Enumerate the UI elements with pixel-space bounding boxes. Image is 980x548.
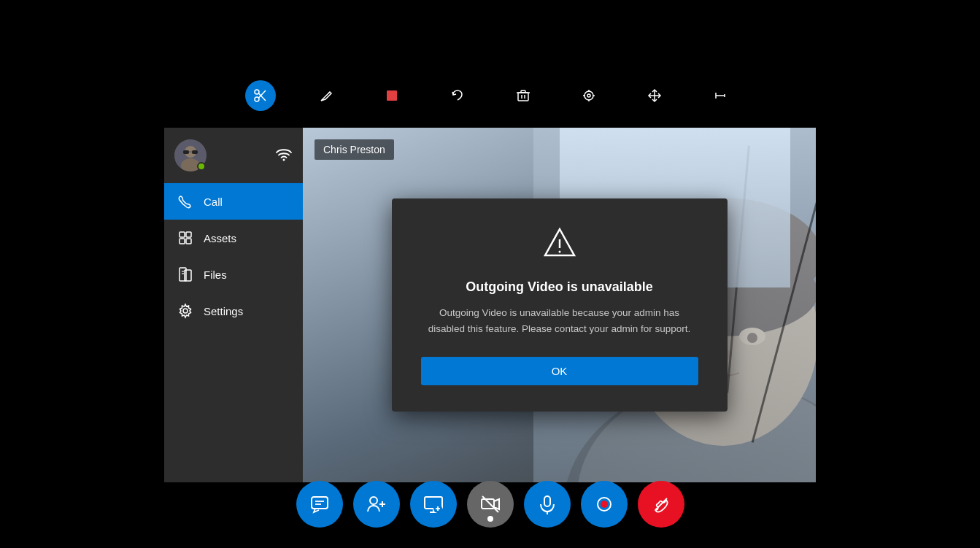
sidebar-item-settings[interactable]: Settings [164, 293, 303, 329]
screen-share-button[interactable] [410, 481, 457, 528]
sidebar-user [164, 128, 303, 183]
bottom-toolbar [296, 481, 684, 528]
svg-rect-63 [482, 499, 494, 509]
warning-icon [421, 225, 698, 266]
target-button[interactable] [574, 80, 604, 111]
sidebar-item-files-label: Files [204, 269, 227, 281]
svg-point-1 [255, 97, 259, 101]
sidebar-item-call[interactable]: Call [164, 183, 303, 220]
dialog-message: Outgoing Video is unavailable because yo… [421, 305, 698, 336]
svg-rect-30 [186, 232, 191, 237]
chat-button[interactable] [296, 481, 343, 528]
main-container: Call Assets Files [164, 128, 816, 482]
svg-rect-10 [521, 90, 525, 93]
svg-point-28 [283, 158, 285, 161]
sidebar-item-files[interactable]: Files [164, 256, 303, 293]
wifi-icon [275, 147, 293, 165]
svg-point-37 [183, 309, 188, 313]
svg-rect-51 [312, 497, 328, 509]
dialog-overlay: Outgoing Video is unavailable Outgoing V… [303, 128, 816, 482]
dialog-title: Outgoing Video is unavailable [421, 279, 698, 295]
sidebar-item-settings-label: Settings [204, 305, 243, 317]
scissors-button[interactable] [245, 80, 276, 111]
pen-button[interactable] [311, 80, 342, 111]
online-indicator [197, 162, 206, 171]
dialog-ok-button[interactable]: OK [421, 357, 698, 385]
svg-rect-32 [186, 239, 191, 244]
svg-rect-29 [180, 232, 185, 237]
svg-point-11 [584, 91, 593, 100]
delete-button[interactable] [508, 80, 539, 111]
avatar-container [174, 139, 207, 171]
svg-point-12 [587, 94, 590, 97]
microphone-button[interactable] [524, 481, 571, 528]
end-call-button[interactable] [638, 481, 684, 528]
video-toggle-button[interactable] [467, 481, 514, 528]
sidebar-item-assets[interactable]: Assets [164, 220, 303, 256]
svg-point-68 [601, 501, 608, 508]
svg-rect-26 [192, 150, 198, 154]
sidebar-item-call-label: Call [204, 196, 223, 208]
svg-line-4 [328, 92, 330, 93]
svg-point-0 [255, 90, 259, 94]
sidebar-item-assets-label: Assets [204, 232, 236, 244]
top-toolbar [245, 80, 736, 111]
svg-point-54 [370, 497, 377, 504]
svg-point-50 [558, 250, 560, 252]
svg-rect-5 [387, 90, 397, 101]
video-area: Chris Preston Outgoing Video is unavaila… [303, 128, 816, 482]
sidebar: Call Assets Files [164, 128, 303, 482]
record-button[interactable] [581, 481, 628, 528]
move-button[interactable] [639, 80, 670, 111]
add-person-button[interactable] [353, 481, 400, 528]
video-unavailable-dialog: Outgoing Video is unavailable Outgoing V… [392, 198, 728, 412]
svg-rect-31 [180, 239, 185, 244]
pin-button[interactable] [705, 80, 736, 111]
square-button[interactable] [377, 80, 407, 111]
svg-rect-25 [183, 150, 189, 154]
undo-button[interactable] [442, 80, 473, 111]
svg-rect-65 [544, 496, 550, 506]
svg-rect-6 [518, 93, 528, 101]
